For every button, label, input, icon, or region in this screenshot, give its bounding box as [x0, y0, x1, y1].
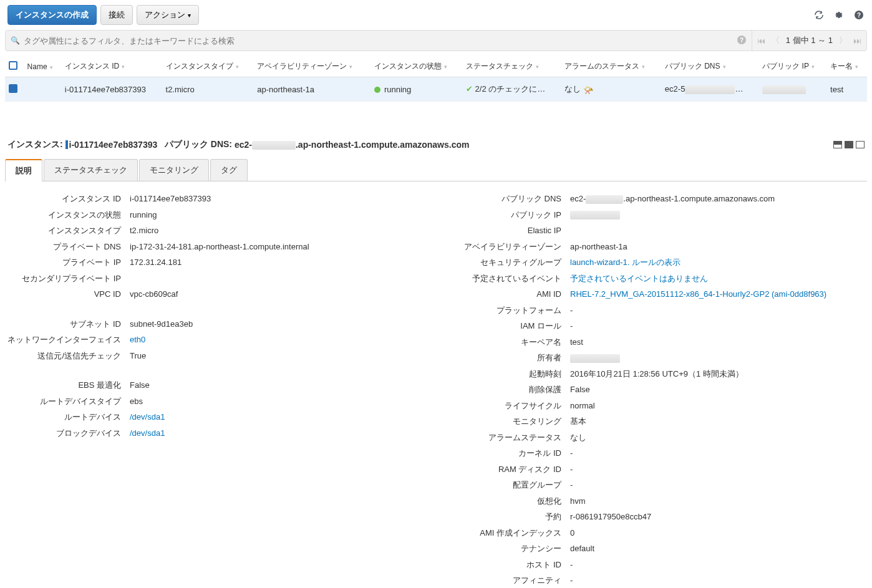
- sort-icon: ▾: [444, 64, 447, 70]
- sort-icon: ▾: [50, 64, 53, 70]
- detail-value: eth0: [130, 334, 427, 346]
- layout-max-icon[interactable]: [845, 141, 853, 148]
- detail-row: IAM ロール-: [445, 318, 867, 334]
- detail-value: -: [570, 574, 867, 587]
- settings-icon[interactable]: [833, 9, 845, 21]
- actions-dropdown[interactable]: アクション▾: [137, 5, 199, 25]
- detail-value: False: [570, 383, 867, 396]
- page-first-icon[interactable]: ⏮: [757, 36, 765, 46]
- refresh-icon[interactable]: [813, 9, 825, 21]
- cell-alarm: なし 📯: [561, 77, 661, 102]
- detail-key: ネットワークインターフェイス: [5, 334, 130, 346]
- page-prev-icon[interactable]: 〈: [772, 35, 780, 46]
- detail-key: キーペア名: [445, 336, 570, 349]
- tab-2[interactable]: モニタリング: [139, 159, 209, 181]
- filter-input[interactable]: [24, 36, 727, 46]
- detail-link[interactable]: launch-wizard-1: [570, 258, 627, 267]
- detail-value: default: [570, 542, 867, 555]
- svg-text:?: ?: [857, 12, 861, 19]
- detail-value: -: [570, 320, 867, 332]
- layout-split-icon[interactable]: [833, 141, 842, 148]
- tab-0[interactable]: 説明: [5, 159, 42, 181]
- page-last-icon[interactable]: ⏭: [853, 36, 861, 46]
- layout-min-icon[interactable]: [856, 141, 865, 148]
- detail-row: 送信元/送信先チェックTrue: [5, 348, 427, 364]
- detail-row: アベイラビリティーゾーンap-northeast-1a: [445, 239, 867, 255]
- detail-value: /dev/sda1: [130, 427, 427, 440]
- detail-link[interactable]: . ルールの表示: [627, 258, 681, 267]
- column-header[interactable]: インスタンス ID▾: [61, 56, 162, 77]
- detail-row: プラットフォーム-: [445, 302, 867, 319]
- detail-value: /dev/sda1: [130, 411, 427, 423]
- detail-value: [570, 209, 867, 221]
- detail-key: RAM ディスク ID: [445, 463, 570, 476]
- instances-table: Name▾インスタンス ID▾インスタンスタイプ▾アベイラビリティーゾーン▾イン…: [5, 56, 867, 102]
- filter-bar: 🔍 ? ⏮ 〈 1 個中 1 ～ 1 〉 ⏭: [5, 30, 867, 51]
- cell-type: t2.micro: [162, 77, 254, 102]
- launch-instance-button[interactable]: インスタンスの作成: [7, 5, 97, 25]
- column-header[interactable]: キー名▾: [826, 56, 867, 77]
- detail-link[interactable]: RHEL-7.2_HVM_GA-20151112-x86_64-1-Hourly…: [570, 289, 826, 299]
- detail-key: モニタリング: [445, 415, 570, 428]
- sort-icon: ▾: [723, 64, 726, 70]
- filter-help-icon[interactable]: ?: [737, 35, 747, 47]
- detail-value: launch-wizard-1. ルールの表示: [570, 256, 867, 269]
- detail-value: -: [570, 304, 867, 317]
- column-header[interactable]: インスタンスタイプ▾: [162, 56, 254, 77]
- detail-key: セカンダリプライベート IP: [5, 272, 130, 285]
- detail-row: 予約r-0861917950e8ccb47: [445, 509, 867, 525]
- detail-link[interactable]: /dev/sda1: [130, 412, 165, 422]
- column-header[interactable]: パブリック IP▾: [758, 56, 826, 77]
- detail-key: IAM ロール: [445, 320, 570, 332]
- detail-key: サブネット ID: [5, 318, 130, 330]
- caret-down-icon: ▾: [188, 12, 191, 19]
- detail-value: ec2-.ap-northeast-1.compute.amazonaws.co…: [570, 193, 867, 205]
- detail-value: r-0861917950e8ccb47: [570, 511, 867, 523]
- table-row[interactable]: i-011714ee7eb837393 t2.micro ap-northeas…: [5, 77, 867, 102]
- detail-row: AMI IDRHEL-7.2_HVM_GA-20151112-x86_64-1-…: [445, 286, 867, 302]
- sort-icon: ▾: [855, 64, 858, 70]
- details-header: インスタンス: i-011714ee7eb837393 パブリック DNS: e…: [0, 133, 872, 157]
- detail-value: 2016年10月21日 1:28:56 UTC+9（1 時間未満）: [570, 368, 867, 380]
- column-header[interactable]: アベイラビリティーゾーン▾: [253, 56, 371, 77]
- detail-key: 配置グループ: [445, 479, 570, 491]
- column-header[interactable]: インスタンスの状態▾: [371, 56, 462, 77]
- detail-value: normal: [570, 400, 867, 412]
- check-pass-icon: ✔: [466, 84, 473, 94]
- detail-key: プライベート DNS: [5, 241, 130, 253]
- detail-value: [570, 352, 867, 364]
- help-icon[interactable]: ?: [853, 9, 865, 21]
- tab-1[interactable]: ステータスチェック: [44, 159, 138, 181]
- detail-row: テナンシーdefault: [445, 541, 867, 557]
- detail-value: ip-172-31-24-181.ap-northeast-1.compute.…: [130, 241, 427, 253]
- row-checkbox[interactable]: [9, 84, 17, 93]
- detail-key: Elastic IP: [445, 224, 570, 237]
- page-next-icon[interactable]: 〉: [839, 35, 847, 46]
- column-header[interactable]: ステータスチェック▾: [462, 56, 561, 77]
- detail-key: プライベート IP: [5, 256, 130, 269]
- detail-value: 基本: [570, 415, 867, 428]
- detail-row: 削除保護False: [445, 382, 867, 398]
- column-header[interactable]: アラームのステータス▾: [561, 56, 661, 77]
- detail-row: ルートデバイスタイプebs: [5, 393, 427, 410]
- cell-instance-id: i-011714ee7eb837393: [61, 77, 162, 102]
- tab-3[interactable]: タグ: [210, 159, 248, 181]
- search-icon: 🔍: [11, 36, 20, 45]
- detail-value: 172.31.24.181: [130, 256, 427, 269]
- alarm-add-icon[interactable]: 📯: [583, 85, 592, 94]
- sort-icon: ▾: [122, 64, 125, 70]
- detail-link[interactable]: eth0: [130, 335, 145, 344]
- select-all-checkbox[interactable]: [9, 61, 17, 70]
- detail-link[interactable]: /dev/sda1: [130, 428, 165, 438]
- column-header[interactable]: パブリック DNS▾: [661, 56, 758, 77]
- detail-value: True: [130, 350, 427, 362]
- detail-row: カーネル ID-: [445, 445, 867, 461]
- connect-button[interactable]: 接続: [100, 5, 133, 25]
- cell-az: ap-northeast-1a: [253, 77, 371, 102]
- detail-row: AMI 作成インデックス0: [445, 525, 867, 541]
- detail-link[interactable]: 予定されているイベントはありません: [570, 274, 708, 283]
- detail-row: VPC IDvpc-cb609caf: [5, 286, 427, 302]
- column-header[interactable]: Name▾: [24, 56, 61, 77]
- detail-row: ホスト ID-: [445, 557, 867, 573]
- detail-key: ブロックデバイス: [5, 427, 130, 440]
